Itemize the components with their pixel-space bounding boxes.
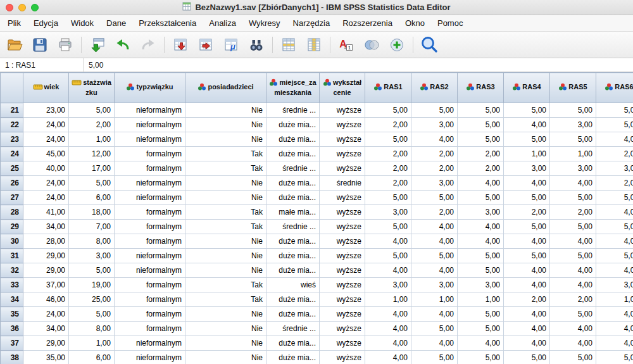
cell[interactable]: 5,00	[550, 191, 596, 205]
menu-wykresy[interactable]: Wykresy	[242, 16, 287, 30]
cell[interactable]: 3,00	[365, 205, 411, 220]
cell[interactable]: wieś	[266, 278, 320, 292]
row-number[interactable]: 29	[1, 220, 23, 234]
cell[interactable]: wyższe	[320, 132, 365, 147]
column-header-typzwiązku[interactable]: typzwiązku	[115, 73, 185, 103]
cell[interactable]: 37,00	[23, 278, 69, 292]
cell[interactable]: duże mia...	[266, 307, 320, 322]
cell[interactable]: Tak	[185, 147, 266, 161]
cell[interactable]: formalnym	[115, 278, 185, 292]
cell[interactable]: 4,00	[365, 322, 411, 336]
cell[interactable]: formalnym	[115, 322, 185, 336]
cell[interactable]: 5,00	[365, 191, 411, 205]
cell[interactable]: 2,00	[550, 292, 596, 307]
cell[interactable]: 5,00	[365, 220, 411, 234]
row-number[interactable]: 25	[1, 161, 23, 176]
variables-button[interactable]: μ	[220, 34, 242, 56]
cell[interactable]: 35,00	[23, 351, 69, 364]
cell[interactable]: wyższe	[320, 307, 365, 322]
cell[interactable]: 5,00	[365, 249, 411, 263]
cell[interactable]: 5,00	[365, 103, 411, 118]
cell[interactable]: 4,00	[550, 322, 596, 336]
cell[interactable]: wyższe	[320, 147, 365, 161]
cell[interactable]: Nie	[185, 132, 266, 147]
cell[interactable]: 5,00	[69, 263, 115, 278]
row-number[interactable]: 23	[1, 132, 23, 147]
row-number[interactable]: 33	[1, 278, 23, 292]
cell[interactable]: 2,00	[365, 161, 411, 176]
cell[interactable]: 1,00	[365, 292, 411, 307]
cell[interactable]: 24,00	[23, 132, 69, 147]
cell[interactable]: 5,00	[365, 132, 411, 147]
cell[interactable]: 3,00	[550, 161, 596, 176]
cell[interactable]: Tak	[185, 292, 266, 307]
cell[interactable]: nieformalnym	[115, 351, 185, 364]
cell[interactable]: 5,00	[411, 322, 458, 336]
menu-widok[interactable]: Widok	[65, 16, 100, 30]
cell[interactable]: 4,00	[550, 234, 596, 249]
cell[interactable]: 4,00	[411, 132, 458, 147]
cell[interactable]: średnie ...	[266, 322, 320, 336]
cell[interactable]: 5,00	[411, 249, 458, 263]
cell[interactable]: małe mia...	[266, 205, 320, 220]
cell[interactable]: wyższe	[320, 220, 365, 234]
cell[interactable]: 4,00	[596, 132, 633, 147]
cell[interactable]: 2,00	[69, 118, 115, 132]
undo-button[interactable]	[112, 34, 134, 56]
column-header-RAS4[interactable]: RAS4	[504, 73, 550, 103]
cell[interactable]: 3,00	[411, 278, 458, 292]
menu-przeksztalcenia[interactable]: Przekształcenia	[132, 16, 203, 30]
cell[interactable]: 3,00	[458, 278, 504, 292]
cell[interactable]: formalnym	[115, 292, 185, 307]
cell[interactable]: duże mia...	[266, 118, 320, 132]
cell[interactable]: 5,00	[411, 351, 458, 364]
cell-editor[interactable]: 5,00	[84, 58, 633, 72]
row-number[interactable]: 24	[1, 147, 23, 161]
cell[interactable]: 4,00	[596, 234, 633, 249]
cell[interactable]: 1,00	[411, 292, 458, 307]
cell[interactable]: duże mia...	[266, 234, 320, 249]
value-labels-button[interactable]: A1	[335, 34, 357, 56]
cell[interactable]: Nie	[185, 249, 266, 263]
cell[interactable]: duże mia...	[266, 132, 320, 147]
insert-cases-button[interactable]	[278, 34, 299, 56]
menu-okno[interactable]: Okno	[399, 16, 431, 30]
goto-variable-button[interactable]	[195, 34, 216, 56]
cell[interactable]: 4,00	[504, 307, 550, 322]
cell[interactable]: 5,00	[458, 249, 504, 263]
row-number[interactable]: 30	[1, 234, 23, 249]
cell[interactable]: 3,00	[504, 161, 550, 176]
cell[interactable]: 4,00	[596, 307, 633, 322]
cell[interactable]: 1,00	[69, 336, 115, 351]
cell[interactable]: 6,00	[69, 191, 115, 205]
redo-button[interactable]	[137, 34, 159, 56]
cell[interactable]: 4,00	[596, 322, 633, 336]
cell[interactable]: 3,00	[458, 205, 504, 220]
cell[interactable]: 4,00	[550, 263, 596, 278]
cell[interactable]: 5,00	[504, 103, 550, 118]
cell[interactable]: 2,00	[550, 205, 596, 220]
cell[interactable]: 41,00	[23, 205, 69, 220]
cell[interactable]: 7,00	[69, 220, 115, 234]
cell[interactable]: 4,00	[411, 263, 458, 278]
cell[interactable]: 4,00	[411, 336, 458, 351]
cell[interactable]: 5,00	[458, 118, 504, 132]
cell[interactable]: średnie ...	[266, 220, 320, 234]
cell[interactable]: wyższe	[320, 118, 365, 132]
column-header-RAS5[interactable]: RAS5	[550, 73, 596, 103]
cell[interactable]: nieformalnym	[115, 263, 185, 278]
cell[interactable]: 5,00	[69, 307, 115, 322]
cell[interactable]: 2,00	[504, 205, 550, 220]
cell[interactable]: wyższe	[320, 322, 365, 336]
cell[interactable]: 5,00	[69, 103, 115, 118]
menu-dane[interactable]: Dane	[100, 16, 132, 30]
cell[interactable]: 46,00	[23, 292, 69, 307]
row-number[interactable]: 21	[1, 103, 23, 118]
cell[interactable]: 4,00	[365, 234, 411, 249]
cell[interactable]: 25,00	[69, 292, 115, 307]
cell[interactable]: 5,00	[596, 351, 633, 364]
cell[interactable]: 1,00	[550, 147, 596, 161]
cell[interactable]: 4,00	[504, 322, 550, 336]
cell[interactable]: wyższe	[320, 278, 365, 292]
menu-rozszerzenia[interactable]: Rozszerzenia	[336, 16, 399, 30]
